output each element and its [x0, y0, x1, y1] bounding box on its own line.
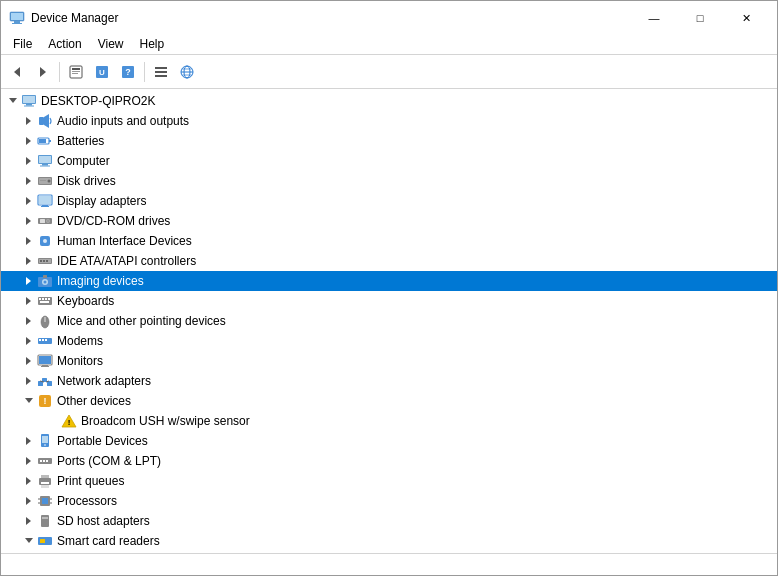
svg-rect-9: [72, 73, 78, 74]
expand-arrow-right-icon: [21, 373, 37, 389]
status-bar: [1, 553, 777, 575]
expand-btn[interactable]: [21, 533, 37, 549]
back-button[interactable]: [5, 60, 29, 84]
svg-rect-71: [42, 298, 44, 300]
expand-btn[interactable]: [21, 313, 37, 329]
svg-marker-95: [25, 398, 33, 403]
expand-btn[interactable]: [21, 513, 37, 529]
svg-rect-38: [40, 166, 50, 167]
expand-btn[interactable]: [21, 133, 37, 149]
expand-btn[interactable]: [21, 333, 37, 349]
tree-item[interactable]: Imaging devices: [1, 271, 777, 291]
svg-rect-102: [42, 436, 48, 443]
expand-btn[interactable]: [21, 233, 37, 249]
expand-btn[interactable]: [21, 193, 37, 209]
expand-btn[interactable]: [21, 173, 37, 189]
tree-item[interactable]: Modems: [1, 331, 777, 351]
expand-btn[interactable]: [21, 153, 37, 169]
menu-view[interactable]: View: [90, 35, 132, 53]
tree-item[interactable]: Computer: [1, 151, 777, 171]
expand-btn[interactable]: [21, 293, 37, 309]
network-button[interactable]: [175, 60, 199, 84]
svg-rect-37: [42, 164, 48, 166]
tree-item[interactable]: SD host adapters: [1, 511, 777, 531]
svg-rect-81: [39, 339, 41, 341]
expand-btn[interactable]: [21, 113, 37, 129]
menu-file[interactable]: File: [5, 35, 40, 53]
svg-rect-88: [41, 366, 49, 367]
other-icon: !: [37, 393, 53, 409]
tree-item[interactable]: Display adapters: [1, 191, 777, 211]
tree-item[interactable]: Network adapters: [1, 371, 777, 391]
svg-rect-70: [39, 298, 41, 300]
help-button[interactable]: ?: [116, 60, 140, 84]
tree-item[interactable]: Print queues: [1, 471, 777, 491]
title-bar: Device Manager — □ ✕: [1, 1, 777, 33]
tree-item[interactable]: Monitors: [1, 351, 777, 371]
tree-item[interactable]: !Broadcom USH w/swipe sensor: [1, 411, 777, 431]
menu-help[interactable]: Help: [132, 35, 173, 53]
expand-btn[interactable]: [21, 453, 37, 469]
help-icon: ?: [121, 65, 135, 79]
svg-rect-60: [40, 260, 42, 262]
tree-item[interactable]: Keyboards: [1, 291, 777, 311]
expand-btn[interactable]: [21, 253, 37, 269]
svg-rect-47: [42, 205, 48, 206]
tree-item[interactable]: IDE ATA/ATAPI controllers: [1, 251, 777, 271]
tree-item[interactable]: Batteries: [1, 131, 777, 151]
expand-btn[interactable]: [21, 473, 37, 489]
svg-rect-26: [24, 106, 34, 107]
tree-item[interactable]: Mice and other pointing devices: [1, 311, 777, 331]
expand-btn[interactable]: [21, 373, 37, 389]
tree-item-label: Modems: [57, 334, 103, 348]
svg-rect-62: [46, 260, 48, 262]
tree-item[interactable]: Human Interface Devices: [1, 231, 777, 251]
svg-marker-100: [26, 437, 31, 445]
expand-btn[interactable]: [21, 393, 37, 409]
svg-rect-83: [45, 339, 47, 341]
svg-rect-82: [42, 339, 44, 341]
svg-marker-57: [26, 257, 31, 265]
svg-rect-7: [72, 68, 80, 70]
svg-marker-63: [26, 277, 31, 285]
menu-action[interactable]: Action: [40, 35, 89, 53]
svg-rect-86: [39, 356, 51, 364]
expand-btn[interactable]: [21, 433, 37, 449]
svg-point-56: [43, 239, 47, 243]
svg-rect-73: [48, 298, 50, 300]
tree-item[interactable]: Disk drives: [1, 171, 777, 191]
expand-btn[interactable]: [21, 493, 37, 509]
tree-view[interactable]: DESKTOP-QIPRO2K Audio inputs and outputs…: [1, 89, 777, 553]
tree-item[interactable]: Smart card readers: [1, 531, 777, 551]
tree-item-label: Disk drives: [57, 174, 116, 188]
expand-arrow-down-icon: [21, 393, 37, 409]
audio-icon: [37, 113, 53, 129]
tree-item[interactable]: Ports (COM & LPT): [1, 451, 777, 471]
svg-marker-44: [26, 197, 31, 205]
root-expand-btn[interactable]: [5, 93, 21, 109]
expand-btn[interactable]: [21, 353, 37, 369]
svg-rect-16: [155, 75, 167, 77]
tree-item[interactable]: !Other devices: [1, 391, 777, 411]
tree-item[interactable]: Processors: [1, 491, 777, 511]
close-button[interactable]: ✕: [723, 8, 769, 28]
expand-btn[interactable]: [21, 213, 37, 229]
root-label: DESKTOP-QIPRO2K: [41, 94, 155, 108]
maximize-button[interactable]: □: [677, 8, 723, 28]
minimize-button[interactable]: —: [631, 8, 677, 28]
properties-button[interactable]: [64, 60, 88, 84]
list-view-button[interactable]: [149, 60, 173, 84]
expand-btn[interactable]: [21, 273, 37, 289]
ide-icon: [37, 253, 53, 269]
tree-item[interactable]: Portable Devices: [1, 431, 777, 451]
svg-marker-5: [40, 67, 46, 77]
forward-button[interactable]: [31, 60, 55, 84]
tree-item[interactable]: DVD/CD-ROM drives: [1, 211, 777, 231]
tree-item-label: Mice and other pointing devices: [57, 314, 226, 328]
tree-item-label: Monitors: [57, 354, 103, 368]
update-driver-button[interactable]: U: [90, 60, 114, 84]
svg-marker-79: [26, 337, 31, 345]
svg-text:?: ?: [125, 67, 131, 77]
tree-item[interactable]: Audio inputs and outputs: [1, 111, 777, 131]
tree-root[interactable]: DESKTOP-QIPRO2K: [1, 91, 777, 111]
